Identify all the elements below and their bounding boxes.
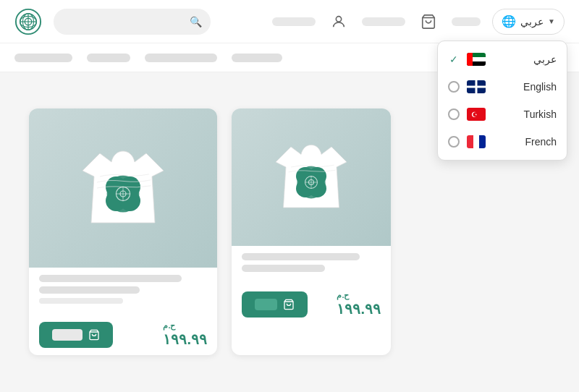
search-bar: 🔍 <box>54 9 211 35</box>
cart-icon-btn-1 <box>88 329 100 341</box>
add-to-cart-button-1[interactable]: ----- <box>39 322 113 348</box>
price-wrapper-2: ح.م ١٩٩.٩٩ <box>337 291 381 318</box>
flag-turkey <box>467 108 486 121</box>
radio-en <box>448 81 460 93</box>
product-card-2: — — --- <box>232 108 391 355</box>
nav-item-1[interactable] <box>14 54 72 62</box>
logo[interactable] <box>14 8 42 35</box>
language-selector-button[interactable]: 🌐 عربي ▼ <box>492 9 565 35</box>
product-image-1 <box>29 108 217 268</box>
price-2: ١٩٩.٩٩ <box>337 301 381 317</box>
nav-item-2[interactable] <box>87 54 130 62</box>
header: 🔍 🌐 عربي ▼ <box>0 0 579 43</box>
price-1: ١٩٩.٩٩ <box>163 331 207 347</box>
product-footer-2: --- ح.م ١٩٩.٩٩ <box>232 284 391 325</box>
language-option-ar[interactable]: عربي ✓ <box>438 46 567 73</box>
nav-item-4[interactable] <box>232 54 282 62</box>
product-title-line-2 <box>39 286 140 294</box>
product-image-2 <box>232 108 391 246</box>
language-label-ar: عربي <box>493 54 557 65</box>
product-title-line-1 <box>39 275 182 282</box>
checkmark-ar: ✓ <box>448 54 460 65</box>
flag-uk <box>467 80 486 93</box>
globe-icon: 🌐 <box>502 14 516 28</box>
language-label-en: English <box>493 81 557 93</box>
product-footer-1: ----- ح.م ١٩٩.٩٩ <box>29 314 217 355</box>
header-text-1 <box>272 17 316 26</box>
language-option-fr[interactable]: French <box>438 128 567 155</box>
header-icons <box>272 13 481 30</box>
cart-icon[interactable] <box>420 13 437 30</box>
product-subtitle-line <box>39 298 123 304</box>
language-dropdown: عربي ✓ English Turkish French <box>437 41 567 161</box>
tshirt-svg-1 <box>62 130 185 246</box>
header-text-2 <box>362 17 405 26</box>
product-title-line-4 <box>242 265 325 272</box>
currency-label-1: ح.م <box>163 321 207 331</box>
product-info-2 <box>232 246 391 284</box>
user-icon[interactable] <box>330 13 347 30</box>
language-option-tr[interactable]: Turkish <box>438 101 567 128</box>
currency-label-2: ح.م <box>337 291 381 300</box>
cart-btn-text-1: ----- <box>52 329 83 341</box>
product-info-1 <box>29 268 217 314</box>
header-text-3 <box>452 17 481 26</box>
tshirt-svg-2 <box>257 127 365 228</box>
product-card-1: — — <box>29 108 217 355</box>
nav-item-3[interactable] <box>145 54 217 62</box>
add-to-cart-button-2[interactable]: --- <box>242 291 308 318</box>
chevron-down-icon: ▼ <box>548 17 555 25</box>
flag-uae <box>467 53 486 66</box>
cart-icon-btn-2 <box>283 299 295 310</box>
price-wrapper-1: ح.م ١٩٩.٩٩ <box>163 321 207 348</box>
language-label-fr: French <box>493 136 557 148</box>
search-input[interactable] <box>62 16 184 27</box>
language-option-en[interactable]: English <box>438 73 567 101</box>
flag-france <box>467 135 486 148</box>
product-title-line-3 <box>242 253 360 260</box>
search-icon: 🔍 <box>190 16 202 27</box>
language-label-tr: Turkish <box>493 108 557 120</box>
svg-point-6 <box>336 16 341 21</box>
current-language-label: عربي <box>520 16 544 27</box>
radio-tr <box>448 108 460 120</box>
radio-fr <box>448 136 460 148</box>
cart-btn-text-2: --- <box>255 299 277 310</box>
